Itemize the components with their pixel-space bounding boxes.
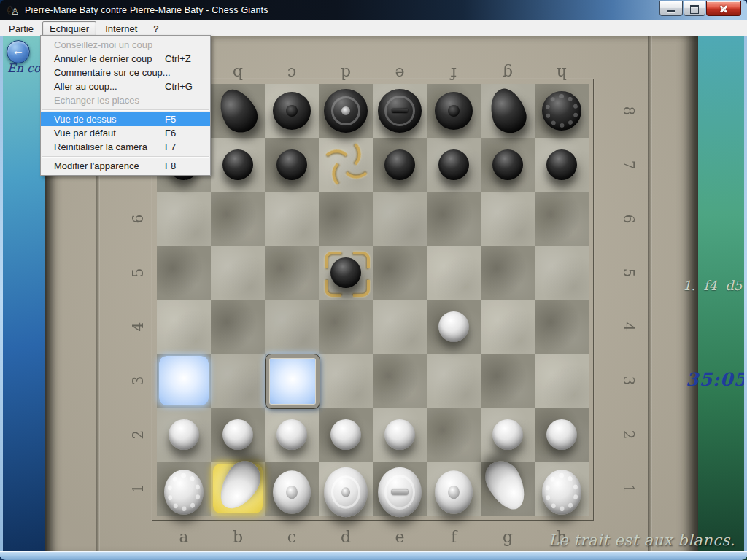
menu-item-shortcut: F7 bbox=[165, 141, 204, 152]
square-e4[interactable] bbox=[373, 300, 427, 354]
black-pawn-c7[interactable] bbox=[276, 149, 307, 180]
black-bishop-c8[interactable] bbox=[273, 92, 311, 130]
square-g3[interactable] bbox=[481, 354, 535, 408]
black-pawn-h7[interactable] bbox=[546, 149, 577, 180]
square-h3[interactable] bbox=[535, 354, 589, 408]
window-border-left bbox=[0, 36, 3, 557]
square-f3[interactable] bbox=[427, 354, 481, 408]
close-button[interactable] bbox=[706, 1, 741, 16]
black-bishop-f8[interactable] bbox=[435, 92, 473, 130]
menu-partie[interactable]: Partie bbox=[1, 21, 41, 36]
menu-bar: PartieEchiquierInternet? bbox=[0, 20, 747, 36]
highlight-c3[interactable] bbox=[266, 354, 320, 408]
menu-item-shortcut: F6 bbox=[165, 128, 204, 139]
white-bishop-c1[interactable] bbox=[273, 470, 311, 513]
white-pawn-f4[interactable] bbox=[438, 311, 469, 342]
menu-item-conseillez-moi-un-coup: Conseillez-moi un coup bbox=[41, 38, 210, 52]
white-pawn-g2[interactable] bbox=[492, 419, 523, 450]
black-pawn-e7[interactable] bbox=[384, 149, 415, 180]
menu-echiquier[interactable]: Echiquier bbox=[42, 21, 96, 36]
white-pawn-e2[interactable] bbox=[384, 419, 415, 450]
app-icon: ♞♙ bbox=[6, 3, 20, 18]
window-border-right bbox=[744, 36, 747, 557]
menu-item-aller-au-coup[interactable]: Aller au coup...Ctrl+G bbox=[41, 79, 210, 93]
white-rook-h1[interactable] bbox=[542, 470, 581, 515]
black-rook-h8[interactable] bbox=[542, 91, 581, 131]
white-queen-d1[interactable] bbox=[324, 467, 368, 517]
square-e3[interactable] bbox=[373, 354, 427, 408]
white-pawn-a2[interactable] bbox=[169, 419, 199, 450]
white-pawn-h2[interactable] bbox=[546, 419, 577, 450]
menu-item-label: Réinitialiser la caméra bbox=[54, 141, 165, 152]
square-f6[interactable] bbox=[427, 192, 481, 246]
square-g4[interactable] bbox=[481, 300, 535, 354]
square-c6[interactable] bbox=[265, 192, 319, 246]
black-pawn-b7[interactable] bbox=[222, 149, 253, 180]
window-border-bottom bbox=[0, 551, 747, 560]
board-frame-groove-right bbox=[648, 36, 652, 560]
application-window: aabbccddeeffgghh1122334455667788 En cour… bbox=[0, 0, 747, 560]
white-pawn-b2[interactable] bbox=[222, 419, 253, 450]
menu-internet[interactable]: Internet bbox=[98, 21, 144, 36]
menu-item-commentaire-sur-ce-coup[interactable]: Commentaire sur ce coup... bbox=[41, 66, 210, 79]
title-bar[interactable]: ♞♙ Pierre-Marie Baty contre Pierre-Marie… bbox=[0, 0, 747, 20]
black-king-e8[interactable] bbox=[378, 89, 422, 133]
maximize-icon bbox=[690, 5, 699, 14]
square-h4[interactable] bbox=[535, 300, 589, 354]
black-queen-d8[interactable] bbox=[324, 89, 368, 133]
square-h6[interactable] bbox=[535, 192, 589, 246]
white-king-e1[interactable] bbox=[378, 467, 422, 517]
white-pawn-d2[interactable] bbox=[330, 419, 361, 450]
square-d7[interactable] bbox=[319, 138, 373, 192]
white-rook-a1[interactable] bbox=[164, 470, 204, 515]
menu-separator bbox=[42, 109, 209, 110]
maximize-button[interactable] bbox=[684, 1, 705, 16]
square-b4[interactable] bbox=[211, 300, 265, 354]
menu-item-shortcut: F5 bbox=[165, 114, 204, 125]
square-a5[interactable] bbox=[157, 246, 211, 300]
menu-item-label: Vue de dessus bbox=[54, 114, 165, 125]
square-g6[interactable] bbox=[481, 192, 535, 246]
menu-item-echanger-les-places: Echanger les places bbox=[41, 93, 210, 107]
close-icon bbox=[719, 4, 729, 14]
square-a4[interactable] bbox=[157, 300, 211, 354]
left-arrow-icon: ← bbox=[12, 44, 25, 58]
highlight-a3[interactable] bbox=[159, 356, 209, 405]
white-pawn-c2[interactable] bbox=[276, 419, 307, 450]
echiquier-dropdown-menu: Conseillez-moi un coupAnnuler le dernier… bbox=[40, 35, 211, 176]
menu-item-label: Echanger les places bbox=[54, 95, 165, 106]
square-c5[interactable] bbox=[265, 246, 319, 300]
menu-item-annuler-le-dernier-coup[interactable]: Annuler le dernier coupCtrl+Z bbox=[41, 52, 210, 66]
menu-item-shortcut: F8 bbox=[165, 160, 204, 171]
black-pawn-g7[interactable] bbox=[492, 149, 523, 180]
square-f2[interactable] bbox=[427, 408, 481, 462]
menu-item-r-initialiser-la-cam-ra[interactable]: Réinitialiser la caméraF7 bbox=[41, 140, 210, 154]
menu-item-shortcut: Ctrl+G bbox=[165, 81, 204, 92]
menu-item-modifier-l-apparence[interactable]: Modifier l'apparenceF8 bbox=[41, 159, 210, 173]
menu-item-label: Aller au coup... bbox=[54, 81, 165, 92]
square-b3[interactable] bbox=[211, 354, 265, 408]
menu-item-label: Modifier l'apparence bbox=[54, 160, 165, 171]
back-arrow-button[interactable]: ← bbox=[7, 40, 30, 63]
square-b6[interactable] bbox=[211, 192, 265, 246]
black-pawn-f7[interactable] bbox=[438, 149, 469, 180]
square-g5[interactable] bbox=[481, 246, 535, 300]
square-c4[interactable] bbox=[265, 300, 319, 354]
square-d6[interactable] bbox=[319, 192, 373, 246]
minimize-button[interactable] bbox=[659, 1, 683, 16]
white-bishop-f1[interactable] bbox=[435, 470, 473, 513]
square-e6[interactable] bbox=[373, 192, 427, 246]
menu-aide[interactable]: ? bbox=[146, 21, 166, 36]
square-h5[interactable] bbox=[535, 246, 589, 300]
menu-item-label: Conseillez-moi un coup bbox=[54, 39, 165, 50]
square-e5[interactable] bbox=[373, 246, 427, 300]
square-b5[interactable] bbox=[211, 246, 265, 300]
square-a6[interactable] bbox=[157, 192, 211, 246]
menu-item-label: Vue par défaut bbox=[54, 128, 165, 139]
square-d3[interactable] bbox=[319, 354, 373, 408]
menu-item-vue-par-d-faut[interactable]: Vue par défautF6 bbox=[41, 126, 210, 140]
square-d4[interactable] bbox=[319, 300, 373, 354]
black-pawn-d5[interactable] bbox=[330, 257, 361, 288]
square-f5[interactable] bbox=[427, 246, 481, 300]
menu-item-vue-de-dessus[interactable]: Vue de dessusF5 bbox=[41, 112, 210, 126]
